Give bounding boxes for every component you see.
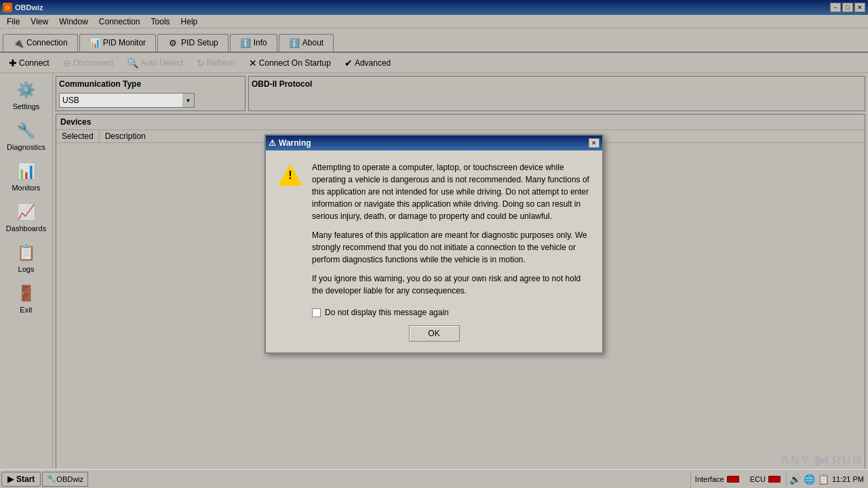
- warning-triangle-icon: [278, 164, 302, 186]
- dialog-titlebar: ⚠ Warning ✕: [266, 136, 602, 150]
- dialog-buttons: OK: [277, 325, 591, 342]
- dialog-checkbox-row: Do not display this message again: [277, 308, 591, 317]
- dialog-para2: Many features of this application are me…: [312, 229, 591, 266]
- dialog-body: Attempting to operate a computer, laptop…: [277, 161, 591, 297]
- dialog-overlay: ⚠ Warning ✕ Attempting to operate a comp…: [0, 0, 868, 488]
- dialog-title-text: Warning: [279, 138, 311, 148]
- dialog-content: Attempting to operate a computer, laptop…: [266, 150, 602, 352]
- dialog-title-icon: ⚠: [269, 138, 276, 148]
- no-display-checkbox[interactable]: [312, 308, 321, 317]
- dialog-text: Attempting to operate a computer, laptop…: [312, 161, 591, 297]
- no-display-label: Do not display this message again: [325, 308, 449, 317]
- warning-icon-area: [277, 161, 304, 188]
- dialog-close-button[interactable]: ✕: [589, 138, 599, 148]
- dialog-para1: Attempting to operate a computer, laptop…: [312, 161, 591, 222]
- warning-dialog: ⚠ Warning ✕ Attempting to operate a comp…: [264, 134, 604, 354]
- dialog-para3: If you ignore this warning, you do so at…: [312, 272, 591, 297]
- ok-button[interactable]: OK: [409, 325, 460, 342]
- dialog-title-area: ⚠ Warning: [269, 138, 311, 148]
